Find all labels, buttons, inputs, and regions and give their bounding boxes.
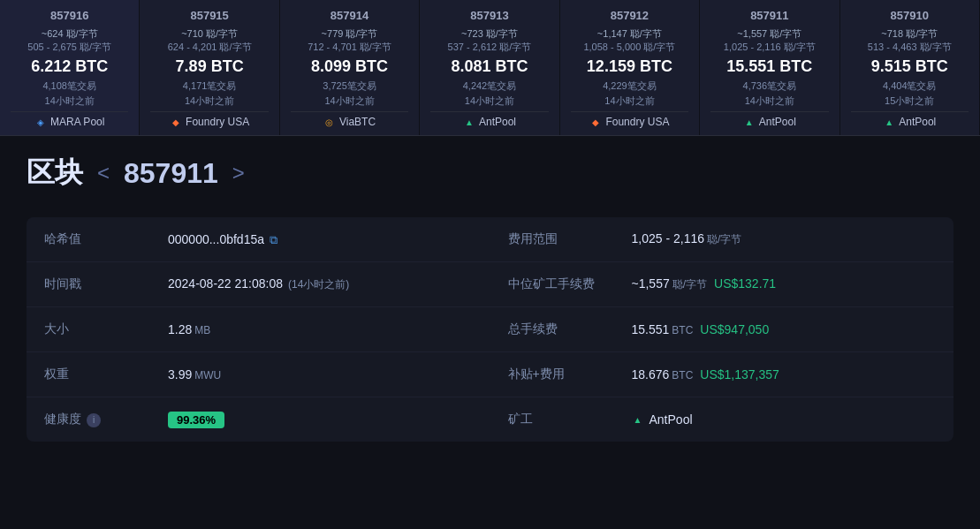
block-fee-main: ~624 聪/字节	[11, 27, 128, 41]
detail-value: 3.99MWU	[168, 367, 221, 382]
health-badge: 99.36%	[168, 412, 224, 428]
block-txns: 3,725笔交易	[291, 79, 408, 93]
block-btc: 8.081 BTC	[430, 57, 548, 76]
main-value: 3.99	[168, 367, 192, 382]
block-card-number: 857910	[851, 9, 969, 22]
timestamp-value: 2024-08-22 21:08:08	[168, 276, 283, 291]
detail-label: 大小	[44, 321, 168, 337]
detail-row-4: 健康度i99.36%	[27, 397, 490, 442]
antpool-icon: ▲	[743, 116, 756, 128]
block-time: 14小时之前	[571, 94, 688, 108]
block-card-857915[interactable]: 857915 ~710 聪/字节 624 - 4,201 聪/字节 7.89 B…	[140, 0, 279, 135]
unit-label: MB	[194, 324, 210, 336]
block-fee-range: 1,025 - 2,116 聪/字节	[710, 41, 828, 54]
block-btc: 7.89 BTC	[150, 57, 268, 76]
detail-grid: 哈希值000000...0bfd15a⧉时间戳2024-08-22 21:08:…	[27, 217, 953, 442]
block-fee-main: ~779 聪/字节	[291, 27, 408, 41]
block-card-857916[interactable]: 857916 ~624 聪/字节 505 - 2,675 聪/字节 6.212 …	[0, 0, 140, 135]
block-pool: ◈ MARA Pool	[11, 111, 128, 128]
block-txns: 4,229笔交易	[571, 79, 688, 93]
block-pool-name: ViaBTC	[339, 116, 376, 128]
detail-value: 2024-08-22 21:08:08(14小时之前)	[168, 276, 349, 292]
block-btc: 9.515 BTC	[851, 57, 969, 76]
block-pool: ▲ AntPool	[851, 111, 969, 128]
detail-row-2: 大小1.28MB	[27, 307, 490, 352]
detail-row-0: 费用范围1,025 - 2,116聪/字节	[490, 217, 954, 262]
unit-label: MWU	[194, 369, 221, 382]
block-card-857911[interactable]: 857911 ~1,557 聪/字节 1,025 - 2,116 聪/字节 15…	[700, 0, 839, 135]
block-fee-range: 505 - 2,675 聪/字节	[11, 41, 128, 54]
block-fee-main: ~723 聪/字节	[430, 27, 548, 41]
blocks-row: 857916 ~624 聪/字节 505 - 2,675 聪/字节 6.212 …	[0, 0, 980, 136]
detail-label: 费用范围	[508, 231, 632, 247]
detail-label: 补贴+费用	[508, 367, 632, 382]
unit-label: BTC	[672, 369, 693, 382]
detail-right: 费用范围1,025 - 2,116聪/字节中位矿工手续费~1,557聪/字节US…	[490, 217, 954, 442]
block-pool: ◎ ViaBTC	[291, 111, 408, 128]
block-txns: 4,736笔交易	[710, 79, 828, 93]
block-card-857912[interactable]: 857912 ~1,147 聪/字节 1,058 - 5,000 聪/字节 12…	[560, 0, 700, 135]
block-fee-range: 537 - 2,612 聪/字节	[430, 41, 548, 54]
block-txns: 4,404笔交易	[851, 79, 969, 93]
foundry-icon: ◆	[170, 116, 182, 128]
pool-row-value: ▲AntPool	[632, 412, 693, 427]
main-value: 15.551	[632, 322, 670, 336]
block-time: 15小时之前	[851, 94, 969, 108]
block-fee-main: ~1,147 聪/字节	[571, 27, 688, 41]
block-card-857913[interactable]: 857913 ~723 聪/字节 537 - 2,612 聪/字节 8.081 …	[420, 0, 559, 135]
block-pool-name: AntPool	[759, 116, 796, 128]
block-time: 14小时之前	[710, 94, 828, 108]
hash-link[interactable]: 000000...0bfd15a	[168, 232, 264, 246]
block-card-number: 857914	[291, 9, 408, 22]
detail-row-2: 总手续费15.551BTCUS$947,050	[490, 307, 954, 352]
main-value: 1,025 - 2,116	[632, 231, 705, 246]
info-icon[interactable]: i	[87, 413, 101, 427]
block-title-text: 区块	[27, 154, 83, 193]
detail-row-4: 矿工▲AntPool	[490, 397, 954, 442]
secondary-value: US$132.71	[714, 276, 776, 291]
detail-row-3: 权重3.99MWU	[27, 352, 490, 397]
antpool-icon: ▲	[883, 116, 895, 128]
block-fee-range: 712 - 4,701 聪/字节	[291, 41, 408, 54]
pool-name: AntPool	[650, 412, 693, 427]
detail-label: 健康度i	[44, 412, 168, 427]
detail-value: ▲AntPool	[632, 412, 693, 427]
unit-label: BTC	[672, 324, 693, 336]
block-fee-main: ~718 聪/字节	[851, 27, 969, 41]
detail-value: 15.551BTCUS$947,050	[632, 322, 770, 336]
block-fee-range: 624 - 4,201 聪/字节	[150, 41, 268, 54]
unit-label: 聪/字节	[707, 233, 741, 246]
block-pool-name: AntPool	[899, 116, 936, 128]
block-fee-main: ~710 聪/字节	[150, 27, 268, 41]
block-number-heading: 857911	[124, 157, 218, 190]
detail-value: 000000...0bfd15a⧉	[168, 232, 277, 247]
detail-label: 权重	[44, 367, 168, 382]
antpool-icon: ▲	[632, 413, 644, 426]
block-card-857910[interactable]: 857910 ~718 聪/字节 513 - 4,463 聪/字节 9.515 …	[840, 0, 980, 135]
prev-block-button[interactable]: <	[94, 161, 113, 185]
block-card-number: 857912	[571, 9, 688, 22]
detail-row-1: 中位矿工手续费~1,557聪/字节US$132.71	[490, 262, 954, 307]
block-pool-name: Foundry USA	[186, 116, 249, 128]
secondary-value: US$947,050	[700, 322, 769, 336]
block-card-857914[interactable]: 857914 ~779 聪/字节 712 - 4,701 聪/字节 8.099 …	[280, 0, 420, 135]
block-btc: 15.551 BTC	[710, 57, 828, 76]
block-title: 区块 < 857911 >	[27, 154, 953, 193]
block-fee-main: ~1,557 聪/字节	[710, 27, 828, 41]
block-txns: 4,108笔交易	[11, 79, 128, 93]
next-block-button[interactable]: >	[229, 161, 248, 185]
detail-value: ~1,557聪/字节US$132.71	[632, 276, 777, 292]
detail-label: 矿工	[508, 412, 632, 427]
secondary-value: US$1,137,357	[700, 367, 779, 382]
block-card-number: 857916	[11, 9, 128, 22]
block-card-number: 857915	[150, 9, 268, 22]
detail-label: 中位矿工手续费	[508, 276, 632, 292]
unit-label: 聪/字节	[672, 278, 707, 291]
block-pool: ◆ Foundry USA	[150, 111, 268, 128]
detail-value: 99.36%	[168, 412, 224, 427]
detail-row-3: 补贴+费用18.676BTCUS$1,137,357	[490, 352, 954, 397]
block-pool: ▲ AntPool	[710, 111, 828, 128]
detail-label: 哈希值	[44, 231, 168, 247]
detail-left: 哈希值000000...0bfd15a⧉时间戳2024-08-22 21:08:…	[27, 217, 490, 442]
copy-icon[interactable]: ⧉	[270, 233, 277, 246]
